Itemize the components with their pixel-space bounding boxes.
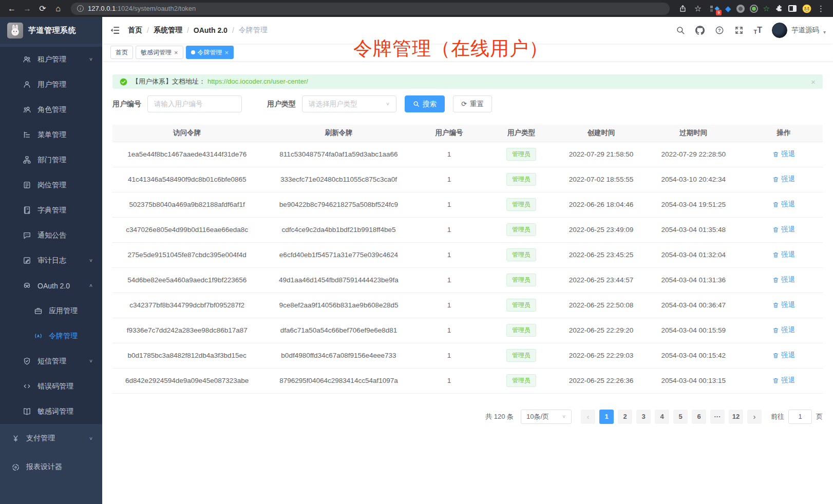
search-form: 用户编号 请输入用户编号 用户类型 请选择用户类型∨ 搜索 ⟳ 重置 — [112, 95, 823, 112]
alert-close-icon[interactable]: × — [811, 77, 816, 86]
page-button[interactable]: 6 — [692, 410, 706, 424]
tab-close-icon[interactable]: × — [174, 49, 178, 56]
sidebar-item[interactable]: 菜单管理 — [0, 122, 102, 147]
force-logout-button[interactable]: 强退 — [772, 225, 795, 234]
reset-button[interactable]: ⟳ 重置 — [453, 95, 492, 112]
page-button[interactable]: 12 — [729, 410, 743, 424]
sidebar-item[interactable]: OAuth 2.0 ∧ — [0, 273, 102, 298]
user-type-tag: 管理员 — [506, 349, 536, 362]
font-size-icon[interactable]: TT — [753, 26, 762, 35]
sidebar-item[interactable]: 字典管理 — [0, 198, 102, 223]
token-table: 访问令牌刷新令牌用户编号用户类型创建时间过期时间操作 1ea5e44f8bc14… — [112, 125, 823, 394]
breadcrumb-item[interactable]: OAuth 2.0 — [194, 26, 228, 34]
next-page-button[interactable]: › — [747, 410, 762, 424]
green-star-extension-icon[interactable]: ☆ — [763, 4, 770, 13]
sidebar-item[interactable]: 通知公告 — [0, 223, 102, 248]
refresh-token-cell: 9ce8ef2aa9f14056b831ae9b608e28d5 — [261, 293, 415, 318]
force-logout-button[interactable]: 强退 — [772, 325, 795, 335]
tab[interactable]: 令牌管理 × — [186, 46, 234, 59]
force-logout-button[interactable]: 强退 — [772, 200, 795, 209]
tab[interactable]: 首页 — [110, 46, 133, 59]
user-type-tag: 管理员 — [506, 148, 536, 161]
sidebar-item[interactable]: 用户管理 — [0, 72, 102, 97]
site-info-icon[interactable]: i — [77, 5, 84, 12]
browser-menu-icon[interactable]: ⋮ — [817, 4, 825, 13]
force-logout-button[interactable]: 强退 — [772, 351, 795, 360]
force-logout-button[interactable]: 强退 — [772, 275, 795, 284]
breadcrumb-item[interactable]: 令牌管理 — [239, 26, 268, 35]
action-cell: 强退 — [745, 192, 823, 217]
force-logout-button[interactable]: 强退 — [772, 149, 795, 159]
force-logout-button[interactable]: 强退 — [772, 175, 795, 184]
extension-badge: 9 — [716, 10, 722, 15]
breadcrumb-item[interactable]: 首页 — [128, 26, 142, 35]
fullscreen-icon[interactable] — [734, 26, 744, 35]
created-time-cell: 2022-06-25 23:49:09 — [560, 217, 642, 242]
expire-time-cell: 2054-03-04 01:32:04 — [642, 242, 745, 267]
success-check-icon — [120, 78, 127, 86]
user-type-cell: 管理员 — [483, 167, 560, 192]
caret-down-icon: ▾ — [823, 29, 826, 35]
browser-back-icon[interactable]: ← — [5, 2, 18, 15]
page-button[interactable]: 3 — [636, 410, 651, 424]
search-button[interactable]: 搜索 — [405, 95, 445, 112]
gem-extension-icon[interactable]: ◆ — [725, 4, 731, 13]
sidebar-item[interactable]: 部门管理 — [0, 147, 102, 172]
record-extension-icon[interactable] — [750, 5, 758, 13]
search-icon[interactable] — [675, 26, 685, 35]
address-bar[interactable]: i 127.0.0.1:1024/system/oauth2/token — [71, 3, 670, 15]
user-menu[interactable]: 芋道源码 ▾ — [772, 23, 826, 38]
user-type-cell: 管理员 — [483, 318, 560, 343]
force-logout-button[interactable]: 强退 — [772, 300, 795, 309]
access-token-cell: b0d1785bc3a8482f812db4a3f3bd15ec — [112, 343, 261, 368]
sidebar-item[interactable]: 岗位管理 — [0, 172, 102, 198]
github-icon[interactable] — [695, 26, 705, 35]
sidebar-item[interactable]: 审计日志 ∨ — [0, 248, 102, 273]
sidebar-item[interactable]: 令牌管理 — [0, 323, 102, 348]
tab[interactable]: 敏感词管理 × — [136, 46, 183, 59]
force-logout-button[interactable]: 强退 — [772, 250, 795, 259]
gray-extension-icon[interactable] — [736, 5, 745, 13]
sidebar-item[interactable]: 租户管理 ∨ — [0, 47, 102, 72]
page-content: 【用户体系】文档地址：https://doc.iocoder.cn/user-c… — [102, 61, 833, 504]
goto-page-input[interactable]: 1 — [788, 410, 812, 424]
page-button[interactable]: 4 — [655, 410, 669, 424]
puzzle-extensions-icon[interactable] — [775, 5, 783, 13]
menu-fold-icon[interactable] — [109, 25, 121, 36]
sidebar-item[interactable]: 支付管理 ∨ — [0, 424, 102, 453]
user-type-tag: 管理员 — [506, 374, 536, 387]
prev-page-button[interactable]: ‹ — [581, 410, 595, 424]
sidebar-item[interactable]: 错误码管理 — [0, 374, 102, 399]
sidebar-item[interactable]: 报表设计器 — [0, 453, 102, 481]
sidebar-item[interactable]: 角色管理 — [0, 97, 102, 122]
access-token-cell: c342377bf8b344799dcbf7bf095287f2 — [112, 293, 261, 318]
bookmark-star-icon[interactable]: ☆ — [691, 2, 705, 15]
browser-forward-icon[interactable]: → — [21, 2, 34, 15]
app-logo[interactable]: 芋道管理系统 — [0, 17, 102, 44]
page-button[interactable]: 2 — [618, 410, 632, 424]
sidebar-item[interactable]: 短信管理 ∨ — [0, 348, 102, 374]
extension-grid-icon[interactable]: ◆ 9 — [710, 4, 720, 13]
help-icon[interactable]: ? — [714, 26, 724, 35]
access-token-cell: 6d842e2924594de9a09e45e087323abe — [112, 368, 261, 393]
profile-avatar-icon[interactable] — [802, 4, 812, 14]
page-size-select[interactable]: 10条/页∨ — [521, 410, 572, 424]
page-button[interactable]: ··· — [710, 410, 725, 424]
user-id-input[interactable]: 请输入用户编号 — [147, 95, 242, 112]
sidebar-item[interactable]: 敏感词管理 — [0, 399, 102, 424]
force-logout-button[interactable]: 强退 — [772, 376, 795, 385]
user-type-cell: 管理员 — [483, 368, 560, 393]
expire-time-cell: 2022-07-29 22:28:50 — [642, 142, 745, 167]
browser-home-icon[interactable]: ⌂ — [51, 2, 65, 15]
doc-link[interactable]: https://doc.iocoder.cn/user-center/ — [207, 77, 308, 85]
tab-close-icon[interactable]: × — [225, 49, 229, 56]
breadcrumb-item[interactable]: 系统管理 — [154, 26, 182, 35]
sidebar-item[interactable]: 应用管理 — [0, 298, 102, 323]
browser-reload-icon[interactable]: ⟳ — [36, 2, 49, 15]
page-button[interactable]: 1 — [599, 410, 614, 424]
user-type-select[interactable]: 请选择用户类型∨ — [302, 95, 396, 112]
side-panel-icon[interactable] — [788, 5, 797, 12]
page-button[interactable]: 5 — [673, 410, 688, 424]
user-id-cell: 1 — [416, 343, 483, 368]
share-icon[interactable] — [676, 2, 689, 15]
